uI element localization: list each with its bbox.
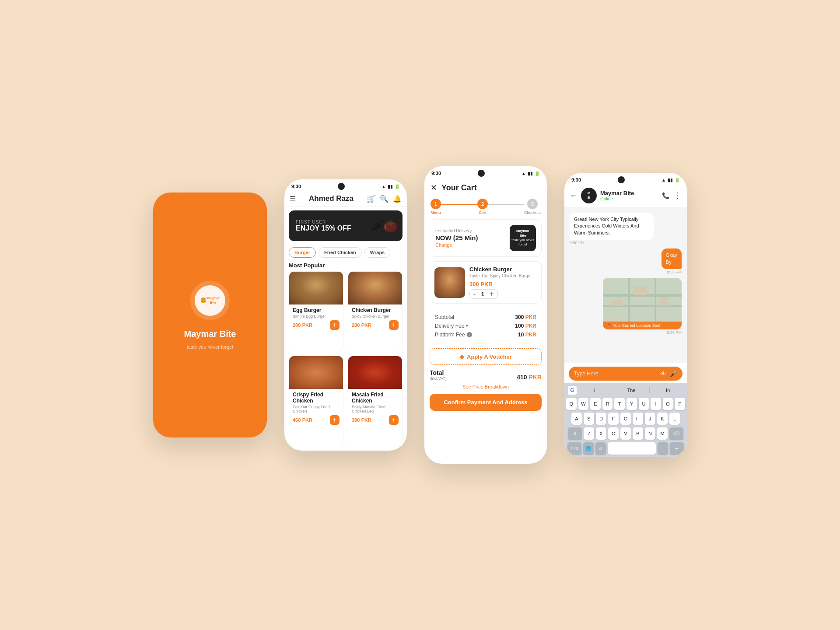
- cart-icon[interactable]: 🛒: [367, 195, 375, 203]
- add-food-2[interactable]: +: [330, 415, 340, 425]
- key-y[interactable]: Y: [626, 398, 637, 410]
- key-u[interactable]: U: [639, 398, 649, 410]
- key-l[interactable]: L: [669, 413, 680, 425]
- confirm-payment-button[interactable]: Confirm Payment And Address: [430, 394, 542, 411]
- cart-status-bar: 9:30 ▲ ▮▮ 🔋: [424, 166, 547, 178]
- key-t[interactable]: T: [614, 398, 625, 410]
- food-grid: Egg Burger Simple Egg Burger 200 PKR + C…: [284, 271, 407, 451]
- cart-notch: [478, 170, 485, 177]
- food-img-crispy-chicken: [289, 356, 343, 389]
- menu-icon[interactable]: ☰: [290, 195, 296, 203]
- qty-decrease[interactable]: -: [472, 290, 476, 298]
- keyboard-suggestion-2[interactable]: The: [616, 388, 647, 393]
- food-card-crispy-chicken[interactable]: Crispy Fried Chicken Pair Our Crispy Fri…: [289, 356, 343, 446]
- price-summary: Subtotal 300 PKR Delivery Fee ▾ 100 PKR …: [430, 310, 542, 345]
- delivery-left: Estimated Delivery NOW (25 Min) Change: [435, 228, 478, 248]
- key-b[interactable]: B: [633, 427, 643, 440]
- key-f[interactable]: F: [608, 413, 619, 425]
- close-button[interactable]: ✕: [430, 183, 437, 192]
- qty-increase[interactable]: +: [489, 290, 494, 298]
- cart-signal-icon: ▮▮: [528, 171, 533, 176]
- key-r[interactable]: R: [602, 398, 613, 410]
- tab-burger[interactable]: Burger: [289, 247, 316, 258]
- mic-icon[interactable]: 🎤: [670, 370, 677, 377]
- chat-status-bar: 9:30 ▲ ▮▮ 🔋: [564, 173, 687, 185]
- step-circle-checkout: 3: [527, 199, 538, 209]
- add-food-1[interactable]: +: [389, 320, 399, 330]
- food-desc-0: Simple Egg Burger: [293, 314, 340, 318]
- food-price-row-0: 200 PKR +: [293, 320, 340, 330]
- food-price-0: 200 PKR: [293, 322, 312, 328]
- keyboard-suggestion-3[interactable]: In: [652, 388, 683, 393]
- food-img-masala-chicken: [348, 356, 402, 389]
- key-c[interactable]: C: [608, 427, 619, 440]
- chat-wifi-icon: ▲: [662, 178, 666, 182]
- key-o[interactable]: O: [663, 398, 673, 410]
- stepper-bar: 1 Menu 2 Cart 3 Checkout: [424, 196, 547, 219]
- key-p[interactable]: P: [675, 398, 685, 410]
- splash-brand-name: Maymar Bite: [184, 329, 236, 339]
- key-123[interactable]: 123: [567, 442, 581, 455]
- food-img-egg-burger: [289, 272, 343, 304]
- key-d[interactable]: D: [596, 413, 606, 425]
- key-q[interactable]: Q: [566, 398, 577, 410]
- key-emoji[interactable]: ☺: [595, 442, 606, 455]
- add-food-0[interactable]: +: [330, 320, 340, 330]
- tab-fried-chicken[interactable]: Fried Chicken: [318, 247, 362, 258]
- svg-rect-7: [660, 298, 668, 306]
- change-delivery-link[interactable]: Change: [435, 242, 478, 248]
- key-globe[interactable]: 🌐: [583, 442, 594, 455]
- key-shift[interactable]: ⇧: [568, 427, 582, 440]
- keyboard-row-1: Q W E R T Y U I O P: [564, 396, 687, 411]
- keyboard-bottom-row: 123 🌐 ☺ . ↵: [564, 441, 687, 457]
- chat-input-bar[interactable]: Type Here 👁 🎤: [569, 367, 682, 381]
- key-v[interactable]: V: [620, 427, 631, 440]
- food-img-chicken-burger: [348, 272, 402, 304]
- price-breakdown-link[interactable]: See Price Breakdown: [424, 384, 547, 389]
- chat-time: 9:30: [571, 177, 581, 182]
- food-card-chicken-burger[interactable]: Chicken Burger Spicy Chicken Burger 280 …: [348, 271, 402, 351]
- food-card-masala-chicken[interactable]: Masala Fried Chicken Enjoy Masala Fried …: [348, 356, 402, 446]
- more-icon[interactable]: ⋮: [674, 191, 682, 200]
- total-row: Total (Incl.VAT) 410 PKR: [430, 369, 542, 381]
- key-backspace[interactable]: ⌫: [669, 427, 683, 440]
- msg-bubble-sent-1: Okay By: [662, 248, 682, 269]
- add-food-3[interactable]: +: [389, 415, 399, 425]
- key-space[interactable]: [608, 442, 656, 455]
- keyboard-suggestion-1[interactable]: I: [579, 388, 610, 393]
- key-n[interactable]: N: [645, 427, 655, 440]
- splash-tagline: taste you never forget: [187, 344, 233, 350]
- key-h[interactable]: H: [633, 413, 643, 425]
- key-m[interactable]: M: [657, 427, 668, 440]
- key-k[interactable]: K: [657, 413, 668, 425]
- key-j[interactable]: J: [645, 413, 655, 425]
- step-circle-cart: 2: [477, 199, 488, 209]
- key-a[interactable]: A: [571, 413, 582, 425]
- step-checkout: 3 Checkout: [524, 199, 541, 215]
- eye-icon[interactable]: 👁: [660, 370, 666, 377]
- key-g[interactable]: G: [620, 413, 631, 425]
- delivery-fee-row: Delivery Fee ▾ 100 PKR: [435, 323, 536, 329]
- food-info-crispy-chicken: Crispy Fried Chicken Pair Our Crispy Fri…: [289, 389, 343, 427]
- dropdown-icon: ▾: [466, 324, 468, 328]
- tab-wraps[interactable]: Wraps: [364, 247, 390, 258]
- key-i[interactable]: I: [651, 398, 661, 410]
- key-s[interactable]: S: [584, 413, 594, 425]
- chat-input-area: Type Here 👁 🎤 G I The In Q W: [564, 363, 687, 457]
- voucher-button[interactable]: ◈ Apply A Voucher: [430, 348, 542, 365]
- back-button[interactable]: ←: [570, 191, 578, 200]
- notification-icon[interactable]: 🔔: [393, 195, 402, 203]
- food-card-egg-burger[interactable]: Egg Burger Simple Egg Burger 200 PKR +: [289, 271, 343, 351]
- cart-item-desc: Taste The Spicy Chicken Burger: [469, 273, 537, 278]
- key-z[interactable]: Z: [584, 427, 594, 440]
- phone-icon[interactable]: 📞: [662, 192, 669, 199]
- search-icon[interactable]: 🔍: [380, 195, 388, 203]
- key-enter[interactable]: ↵: [670, 442, 684, 455]
- key-x[interactable]: X: [596, 427, 606, 440]
- key-e[interactable]: E: [590, 398, 601, 410]
- key-w[interactable]: W: [578, 398, 589, 410]
- msg-time-sent-1: 9:55 PM: [667, 270, 682, 274]
- cart-item-chicken-burger: Chicken Burger Taste The Spicy Chicken B…: [430, 261, 542, 304]
- key-period[interactable]: .: [658, 442, 668, 455]
- voucher-label: Apply A Voucher: [467, 354, 512, 360]
